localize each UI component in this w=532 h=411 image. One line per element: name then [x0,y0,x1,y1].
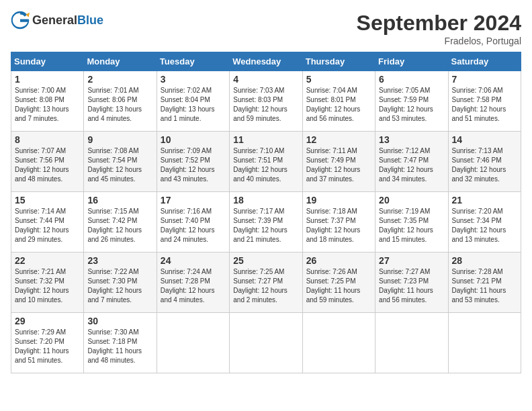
table-row: 2 Sunrise: 7:01 AM Sunset: 8:06 PM Dayli… [84,71,157,132]
table-row: 11 Sunrise: 7:10 AM Sunset: 7:51 PM Dayl… [230,132,302,192]
title-section: September 2024 Fradelos, Portugal [357,11,521,46]
day-number: 14 [452,134,517,145]
table-row: 26 Sunrise: 7:26 AM Sunset: 7:25 PM Dayl… [302,253,375,313]
calendar-week-row: 8 Sunrise: 7:07 AM Sunset: 7:56 PM Dayli… [11,132,521,192]
svg-marker-0 [26,13,30,17]
table-row: 22 Sunrise: 7:21 AM Sunset: 7:32 PM Dayl… [11,253,84,313]
table-row: 23 Sunrise: 7:22 AM Sunset: 7:30 PM Dayl… [84,253,157,313]
day-info: Sunrise: 7:05 AM Sunset: 7:59 PM Dayligh… [379,86,444,124]
day-number: 6 [379,74,444,85]
header-friday: Friday [375,52,448,71]
table-row [302,313,375,373]
table-row [230,313,302,373]
day-number: 7 [452,74,517,85]
day-info: Sunrise: 7:01 AM Sunset: 8:06 PM Dayligh… [87,86,152,124]
calendar-week-row: 1 Sunrise: 7:00 AM Sunset: 8:08 PM Dayli… [11,71,521,132]
table-row: 30 Sunrise: 7:30 AM Sunset: 7:18 PM Dayl… [84,313,157,373]
table-row: 29 Sunrise: 7:29 AM Sunset: 7:20 PM Dayl… [11,313,84,373]
day-number: 29 [15,316,80,326]
header-thursday: Thursday [302,52,375,71]
day-info: Sunrise: 7:18 AM Sunset: 7:37 PM Dayligh… [306,207,371,244]
day-number: 9 [87,134,152,145]
day-info: Sunrise: 7:20 AM Sunset: 7:34 PM Dayligh… [452,207,517,244]
page-header: GeneralBlue September 2024 Fradelos, Por… [11,11,521,46]
day-info: Sunrise: 7:08 AM Sunset: 7:54 PM Dayligh… [87,146,152,184]
table-row: 25 Sunrise: 7:25 AM Sunset: 7:27 PM Dayl… [230,253,302,313]
day-info: Sunrise: 7:14 AM Sunset: 7:44 PM Dayligh… [15,207,80,244]
table-row: 19 Sunrise: 7:18 AM Sunset: 7:37 PM Dayl… [302,192,375,253]
table-row: 18 Sunrise: 7:17 AM Sunset: 7:39 PM Dayl… [230,192,302,253]
day-info: Sunrise: 7:16 AM Sunset: 7:40 PM Dayligh… [161,207,226,244]
day-number: 16 [87,195,152,205]
day-info: Sunrise: 7:12 AM Sunset: 7:47 PM Dayligh… [379,146,444,184]
table-row: 16 Sunrise: 7:15 AM Sunset: 7:42 PM Dayl… [84,192,157,253]
day-number: 30 [87,316,152,326]
day-number: 21 [452,195,517,205]
table-row: 28 Sunrise: 7:28 AM Sunset: 7:21 PM Dayl… [448,253,521,313]
day-number: 27 [379,255,444,266]
header-saturday: Saturday [448,52,521,71]
day-number: 2 [87,74,152,85]
table-row: 27 Sunrise: 7:27 AM Sunset: 7:23 PM Dayl… [375,253,448,313]
day-info: Sunrise: 7:28 AM Sunset: 7:21 PM Dayligh… [452,267,517,305]
header-wednesday: Wednesday [230,52,302,71]
day-info: Sunrise: 7:17 AM Sunset: 7:39 PM Dayligh… [233,207,298,244]
day-number: 28 [452,255,517,266]
table-row [157,313,229,373]
table-row: 24 Sunrise: 7:24 AM Sunset: 7:28 PM Dayl… [157,253,229,313]
table-row [375,313,448,373]
day-info: Sunrise: 7:07 AM Sunset: 7:56 PM Dayligh… [15,146,80,184]
location: Fradelos, Portugal [357,36,521,46]
day-number: 23 [87,255,152,266]
day-number: 24 [161,255,226,266]
logo-blue: Blue [77,13,103,27]
day-number: 3 [161,74,226,85]
day-info: Sunrise: 7:03 AM Sunset: 8:03 PM Dayligh… [233,86,298,124]
day-info: Sunrise: 7:19 AM Sunset: 7:35 PM Dayligh… [379,207,444,244]
day-info: Sunrise: 7:06 AM Sunset: 7:58 PM Dayligh… [452,86,517,124]
table-row: 20 Sunrise: 7:19 AM Sunset: 7:35 PM Dayl… [375,192,448,253]
weekday-header-row: Sunday Monday Tuesday Wednesday Thursday… [11,52,521,71]
calendar-week-row: 29 Sunrise: 7:29 AM Sunset: 7:20 PM Dayl… [11,313,521,373]
day-info: Sunrise: 7:27 AM Sunset: 7:23 PM Dayligh… [379,267,444,305]
day-info: Sunrise: 7:22 AM Sunset: 7:30 PM Dayligh… [87,267,152,305]
day-number: 12 [306,134,371,145]
day-info: Sunrise: 7:29 AM Sunset: 7:20 PM Dayligh… [15,328,80,365]
month-title: September 2024 [357,11,521,36]
day-info: Sunrise: 7:15 AM Sunset: 7:42 PM Dayligh… [87,207,152,244]
day-number: 15 [15,195,80,205]
day-number: 25 [233,255,298,266]
table-row: 4 Sunrise: 7:03 AM Sunset: 8:03 PM Dayli… [230,71,302,132]
table-row: 7 Sunrise: 7:06 AM Sunset: 7:58 PM Dayli… [448,71,521,132]
logo-text: GeneralBlue [32,13,103,28]
table-row: 21 Sunrise: 7:20 AM Sunset: 7:34 PM Dayl… [448,192,521,253]
table-row: 9 Sunrise: 7:08 AM Sunset: 7:54 PM Dayli… [84,132,157,192]
table-row: 10 Sunrise: 7:09 AM Sunset: 7:52 PM Dayl… [157,132,229,192]
day-number: 10 [161,134,226,145]
table-row: 12 Sunrise: 7:11 AM Sunset: 7:49 PM Dayl… [302,132,375,192]
day-info: Sunrise: 7:24 AM Sunset: 7:28 PM Dayligh… [161,267,226,305]
day-number: 19 [306,195,371,205]
logo: GeneralBlue [11,11,103,30]
day-number: 1 [15,74,80,85]
calendar-week-row: 15 Sunrise: 7:14 AM Sunset: 7:44 PM Dayl… [11,192,521,253]
logo-icon [11,11,30,30]
day-info: Sunrise: 7:02 AM Sunset: 8:04 PM Dayligh… [161,86,226,124]
calendar-week-row: 22 Sunrise: 7:21 AM Sunset: 7:32 PM Dayl… [11,253,521,313]
day-info: Sunrise: 7:09 AM Sunset: 7:52 PM Dayligh… [161,146,226,184]
header-monday: Monday [84,52,157,71]
table-row: 3 Sunrise: 7:02 AM Sunset: 8:04 PM Dayli… [157,71,229,132]
day-info: Sunrise: 7:25 AM Sunset: 7:27 PM Dayligh… [233,267,298,305]
day-info: Sunrise: 7:30 AM Sunset: 7:18 PM Dayligh… [87,328,152,365]
day-number: 4 [233,74,298,85]
day-info: Sunrise: 7:00 AM Sunset: 8:08 PM Dayligh… [15,86,80,124]
day-number: 5 [306,74,371,85]
table-row: 17 Sunrise: 7:16 AM Sunset: 7:40 PM Dayl… [157,192,229,253]
day-number: 18 [233,195,298,205]
table-row: 13 Sunrise: 7:12 AM Sunset: 7:47 PM Dayl… [375,132,448,192]
table-row: 6 Sunrise: 7:05 AM Sunset: 7:59 PM Dayli… [375,71,448,132]
day-number: 22 [15,255,80,266]
table-row: 1 Sunrise: 7:00 AM Sunset: 8:08 PM Dayli… [11,71,84,132]
day-info: Sunrise: 7:21 AM Sunset: 7:32 PM Dayligh… [15,267,80,305]
day-number: 8 [15,134,80,145]
